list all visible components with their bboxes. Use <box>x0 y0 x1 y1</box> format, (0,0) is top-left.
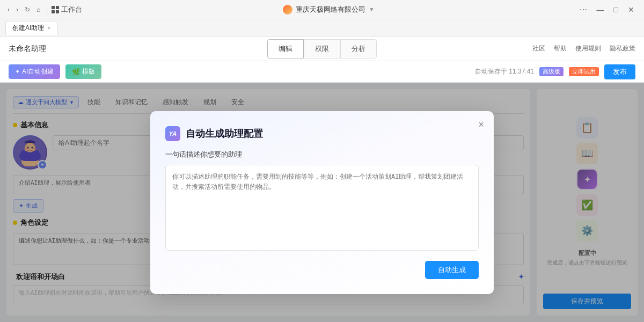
template-label: 模版 <box>82 67 95 76</box>
maximize-button[interactable]: □ <box>610 3 623 16</box>
ai-label: AI自动创建 <box>22 67 54 76</box>
modal-footer: 自动生成 <box>165 261 479 279</box>
tab-create-ai[interactable]: 创建AI助理 × <box>5 21 57 35</box>
toolbar-right: 自动保存于 11:37:41 高级版 立即试用 发布 <box>475 64 635 79</box>
titlebar: ‹ › ↻ ⌂ 工作台 重庆天极网络有限公司 ▼ ⋯ — □ ✕ <box>0 0 644 19</box>
modal-title: 自动生成助理配置 <box>186 127 263 140</box>
ai-icon: ✦ <box>15 68 20 75</box>
modal-close-button[interactable]: × <box>478 120 484 129</box>
help-link[interactable]: 帮助 <box>554 44 567 53</box>
terms-link[interactable]: 使用规则 <box>575 44 601 53</box>
template-button[interactable]: 🌿 模版 <box>65 64 101 79</box>
company-logo <box>283 5 292 14</box>
forward-button[interactable]: › <box>14 5 20 14</box>
tab-permissions[interactable]: 权限 <box>304 39 340 58</box>
template-icon: 🌿 <box>72 68 80 76</box>
more-button[interactable]: ⋯ <box>575 3 591 16</box>
modal-logo: YA <box>165 126 180 141</box>
community-link[interactable]: 社区 <box>532 44 545 53</box>
publish-button[interactable]: 发布 <box>604 64 635 79</box>
tab-analysis[interactable]: 分析 <box>340 39 377 58</box>
separator <box>47 5 47 14</box>
app-title: 未命名助理 <box>9 44 267 54</box>
ai-auto-create-button[interactable]: ✦ AI自动创建 <box>9 64 60 79</box>
company-name: 重庆天极网络有限公司 <box>296 5 365 14</box>
auto-save-text: 自动保存于 11:37:41 <box>475 67 534 76</box>
modal-logo-text: YA <box>169 130 177 137</box>
header-right: 社区 帮助 使用规则 隐私政策 <box>377 44 635 53</box>
auto-generate-button[interactable]: 自动生成 <box>425 261 479 279</box>
tab-close-icon[interactable]: × <box>47 25 50 31</box>
tab-label: 创建AI助理 <box>12 24 44 33</box>
workbench-nav: 工作台 <box>52 5 82 14</box>
workbench-label: 工作台 <box>61 5 82 14</box>
privacy-link[interactable]: 隐私政策 <box>610 44 635 53</box>
dropdown-arrow[interactable]: ▼ <box>369 6 374 12</box>
app-header: 未命名助理 编辑 权限 分析 社区 帮助 使用规则 隐私政策 <box>0 36 644 61</box>
reload-button[interactable]: ↻ <box>23 5 32 14</box>
main-content: ☁ 通义千问大模型 ▼ 技能 知识和记忆 感知触发 规划 安全 基本信息 <box>0 83 644 322</box>
modal-label: 一句话描述你想要的助理 <box>165 150 479 159</box>
back-button[interactable]: ‹ <box>5 5 12 14</box>
home-button[interactable]: ⌂ <box>34 5 42 14</box>
tabbar: 创建AI助理 × <box>0 19 644 36</box>
titlebar-center: 重庆天极网络有限公司 ▼ <box>82 5 575 14</box>
modal-header: YA 自动生成助理配置 <box>165 126 479 141</box>
nav-buttons: ‹ › ↻ ⌂ <box>5 5 42 14</box>
toolbar: ✦ AI自动创建 🌿 模版 自动保存于 11:37:41 高级版 立即试用 发布 <box>0 61 644 83</box>
header-tabs: 编辑 权限 分析 <box>267 39 377 58</box>
pro-badge: 高级版 <box>539 67 564 76</box>
close-button[interactable]: ✕ <box>624 3 639 16</box>
trial-badge[interactable]: 立即试用 <box>569 67 599 76</box>
auto-gen-modal: YA 自动生成助理配置 × 一句话描述你想要的助理 自动生成 <box>150 111 494 294</box>
minimize-button[interactable]: — <box>592 3 609 16</box>
window-controls: ⋯ — □ ✕ <box>575 3 639 16</box>
tab-edit[interactable]: 编辑 <box>267 39 304 58</box>
grid-icon <box>52 6 59 13</box>
modal-textarea[interactable] <box>165 165 479 251</box>
modal-overlay: YA 自动生成助理配置 × 一句话描述你想要的助理 自动生成 <box>0 83 644 322</box>
